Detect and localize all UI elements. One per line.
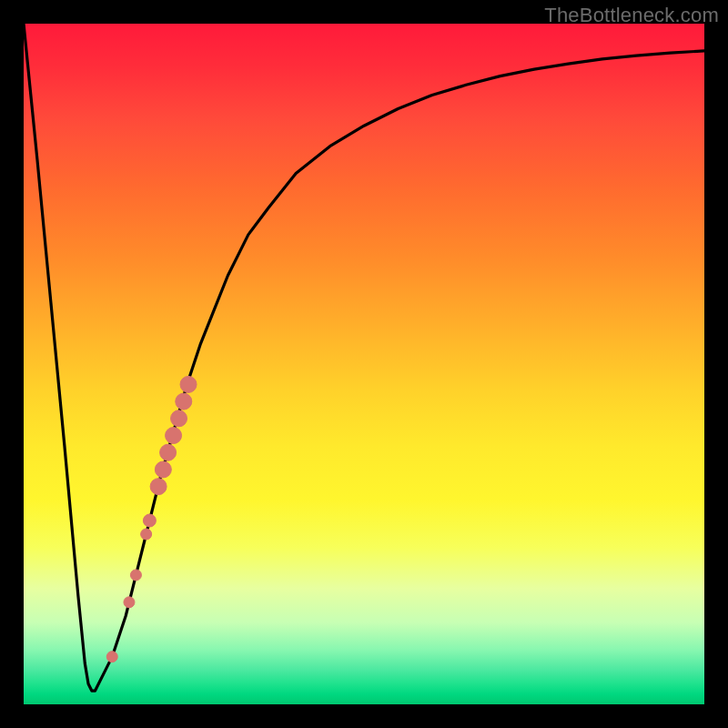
bottleneck-curve bbox=[24, 24, 704, 691]
watermark-text: TheBottleneck.com bbox=[544, 4, 719, 27]
curve-marker bbox=[143, 514, 156, 527]
curve-marker bbox=[150, 479, 167, 495]
curve-marker bbox=[180, 376, 197, 392]
plot-area bbox=[24, 24, 704, 704]
curve-marker bbox=[160, 444, 177, 460]
curve-marker bbox=[155, 461, 171, 478]
curve-marker bbox=[141, 529, 152, 540]
curve-markers bbox=[106, 376, 197, 662]
curve-marker bbox=[176, 393, 192, 410]
curve-marker bbox=[124, 597, 135, 608]
curve-svg bbox=[24, 24, 704, 704]
curve-marker bbox=[166, 428, 182, 444]
curve-marker bbox=[106, 652, 117, 662]
chart-frame: TheBottleneck.com bbox=[0, 0, 728, 728]
curve-marker bbox=[171, 410, 187, 427]
curve-marker bbox=[130, 570, 141, 581]
